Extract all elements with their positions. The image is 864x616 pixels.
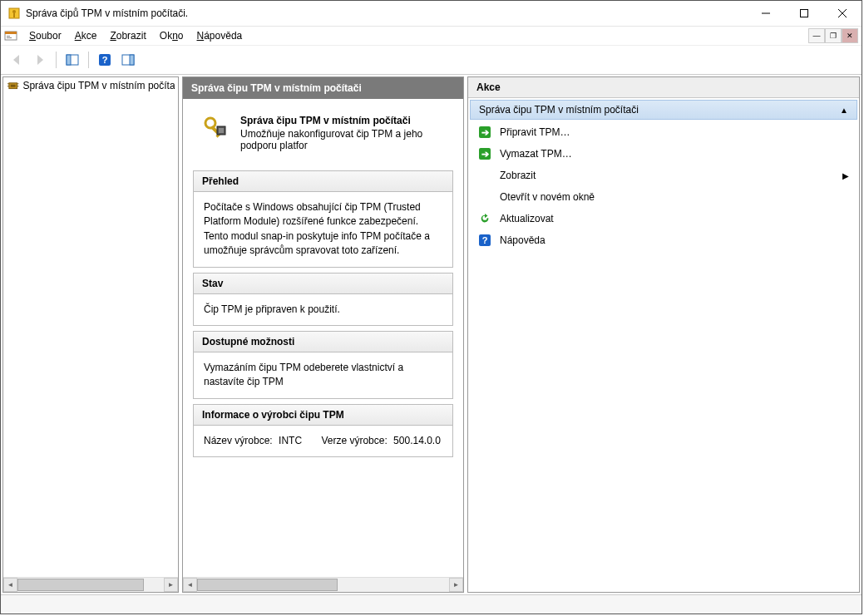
result-body: Správa čipu TPM v místním počítači Umožň… (183, 99, 463, 577)
menu-view[interactable]: Zobrazit (103, 28, 152, 43)
action-list: ➔ Připravit TPM… ➔ Vymazat TPM… Zobrazit… (468, 120, 859, 253)
action-view[interactable]: Zobrazit ▶ (470, 165, 857, 186)
content-area: Správa čipu TPM v místním počítač ◄ ► Sp… (1, 75, 862, 594)
result-horizontal-scrollbar[interactable]: ◄ ► (183, 577, 463, 592)
action-group-title: Správa čipu TPM v místním počítači (479, 104, 639, 116)
menu-help[interactable]: Nápověda (190, 28, 249, 43)
toolbar-separator (88, 52, 89, 68)
card-status-header: Stav (194, 274, 452, 294)
tpm-chip-icon (7, 79, 19, 92)
action-prepare-tpm[interactable]: ➔ Připravit TPM… (470, 121, 857, 143)
action-label: Vymazat TPM… (500, 148, 849, 160)
manufacturer-name-label: Název výrobce: (204, 435, 273, 446)
window-controls (747, 1, 862, 26)
mdi-close-button[interactable]: ✕ (842, 28, 858, 43)
action-group-header[interactable]: Správa čipu TPM v místním počítači ▲ (470, 100, 857, 120)
card-overview-body: Počítače s Windows obsahující čip TPM (T… (194, 192, 452, 267)
tree-body: Správa čipu TPM v místním počítač (3, 77, 178, 577)
scroll-thumb[interactable] (17, 579, 144, 591)
svg-rect-2 (13, 13, 15, 17)
card-options: Dostupné možnosti Vymazáním čipu TPM ode… (193, 331, 453, 399)
mdi-controls: — ❐ ✕ (808, 28, 858, 43)
manufacturer-name-value: INTC (279, 435, 302, 446)
actions-header: Akce (468, 77, 859, 98)
window-title: Správa čipů TPM v místním počítači. (26, 7, 747, 19)
svg-rect-14 (130, 55, 134, 65)
info-banner: Správa čipu TPM v místním počítači Umožň… (190, 106, 457, 165)
mdi-minimize-button[interactable]: — (808, 28, 825, 43)
tree-horizontal-scrollbar[interactable]: ◄ ► (3, 577, 178, 592)
blank-icon (478, 169, 491, 182)
menu-file[interactable]: Soubor (22, 28, 68, 43)
svg-rect-9 (7, 36, 10, 37)
help-icon: ? (99, 54, 111, 66)
mmc-window: Správa čipů TPM v místním počítači. Soub… (0, 0, 862, 614)
scroll-left-button[interactable]: ◄ (3, 578, 17, 592)
arrow-right-icon: ➔ (478, 147, 491, 160)
svg-rect-16 (11, 85, 16, 87)
actions-pane: Akce Správa čipu TPM v místním počítači … (467, 76, 860, 593)
action-help[interactable]: ? Nápověda (470, 229, 857, 251)
arrow-right-icon: ➔ (478, 126, 491, 139)
title-bar: Správa čipů TPM v místním počítači. (1, 1, 862, 27)
menu-action[interactable]: Akce (68, 28, 104, 43)
scroll-track[interactable] (197, 578, 449, 592)
card-options-header: Dostupné možnosti (194, 332, 452, 352)
scroll-left-button[interactable]: ◄ (183, 578, 197, 592)
submenu-arrow-icon: ▶ (842, 171, 849, 180)
svg-rect-4 (801, 10, 808, 17)
card-overview-header: Přehled (194, 171, 452, 192)
svg-point-1 (12, 10, 16, 13)
info-title: Správa čipu TPM v místním počítači (240, 115, 444, 126)
action-label: Aktualizovat (500, 213, 849, 224)
maximize-button[interactable] (785, 1, 823, 26)
action-label: Otevřít v novém okně (500, 191, 849, 203)
minimize-button[interactable] (747, 1, 785, 26)
show-hide-action-pane-button[interactable] (117, 49, 139, 71)
scroll-thumb[interactable] (197, 579, 338, 591)
refresh-icon (478, 212, 491, 225)
blank-icon (478, 190, 491, 204)
card-manufacturer-header: Informace o výrobci čipu TPM (194, 405, 452, 426)
info-text: Správa čipu TPM v místním počítači Umožň… (240, 115, 444, 151)
tree-root-item[interactable]: Správa čipu TPM v místním počítač (3, 77, 178, 94)
card-manufacturer-body: Název výrobce: INTC Verze výrobce: 500.1… (194, 426, 452, 456)
help-button[interactable]: ? (94, 49, 116, 71)
toolbar-separator (56, 52, 57, 68)
scroll-right-button[interactable]: ► (164, 578, 178, 592)
svg-rect-12 (67, 55, 71, 65)
scroll-track[interactable] (17, 578, 164, 592)
manufacturer-version-value: 500.14.0.0 (393, 435, 441, 446)
action-label: Nápověda (500, 234, 849, 246)
status-bar (1, 594, 862, 614)
manufacturer-version-label: Verze výrobce: (321, 435, 387, 446)
nav-forward-button[interactable] (29, 49, 51, 71)
svg-rect-10 (7, 37, 12, 38)
mmc-icon (4, 29, 17, 42)
action-refresh[interactable]: Aktualizovat (470, 208, 857, 229)
svg-rect-25 (219, 128, 224, 133)
menu-window[interactable]: Okno (153, 28, 190, 43)
help-icon: ? (478, 234, 491, 247)
svg-rect-8 (5, 32, 17, 34)
action-label: Připravit TPM… (500, 126, 849, 138)
action-new-window[interactable]: Otevřít v novém okně (470, 186, 857, 208)
mdi-restore-button[interactable]: ❐ (825, 28, 842, 43)
info-description: Umožňuje nakonfigurovat čip TPM a jeho p… (240, 128, 444, 151)
svg-point-21 (205, 118, 215, 128)
card-manufacturer: Informace o výrobci čipu TPM Název výrob… (193, 404, 453, 457)
tree-pane: Správa čipu TPM v místním počítač ◄ ► (2, 76, 179, 593)
action-label: Zobrazit (500, 170, 842, 181)
result-pane: Správa čipu TPM v místním počítači Správ… (182, 76, 464, 593)
toolbar: ? (1, 46, 862, 75)
card-options-body: Vymazáním čipu TPM odeberete vlastnictví… (194, 352, 452, 398)
show-hide-tree-button[interactable] (62, 49, 83, 71)
card-status: Stav Čip TPM je připraven k použití. (193, 273, 453, 326)
nav-back-button[interactable] (6, 49, 27, 71)
action-clear-tpm[interactable]: ➔ Vymazat TPM… (470, 143, 857, 165)
menu-bar: Soubor Akce Zobrazit Okno Nápověda — ❐ ✕ (1, 27, 862, 46)
close-button[interactable] (823, 1, 862, 26)
collapse-icon: ▲ (840, 106, 848, 115)
card-status-body: Čip TPM je připraven k použití. (194, 294, 452, 325)
scroll-right-button[interactable]: ► (449, 578, 463, 592)
